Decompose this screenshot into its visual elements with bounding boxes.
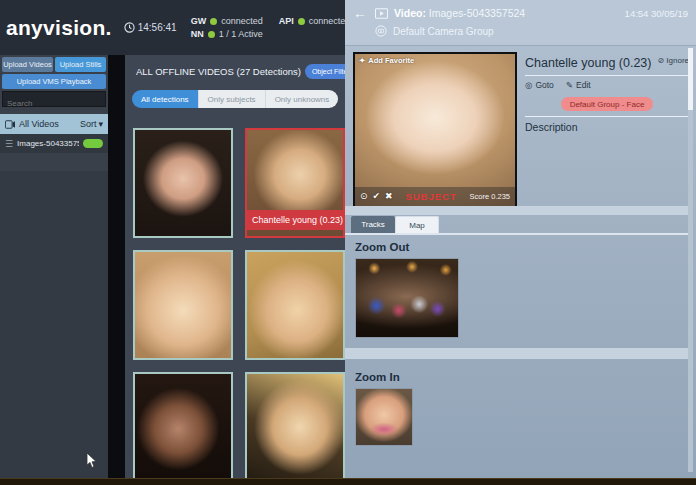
score-label: Score 0.235 (470, 192, 510, 201)
nn-status-dot (208, 31, 215, 38)
all-videos-label: All Videos (19, 119, 59, 129)
anyvision-app-window: anyvision. 14:56:41 GW connected API con… (0, 0, 696, 485)
detection-timestamp: 14:54 30/05/19 (625, 8, 688, 19)
detail-tabs: Tracks Map (351, 216, 439, 233)
divider (525, 75, 689, 76)
ignore-label: Ignore (666, 56, 689, 65)
detection-thumbnail[interactable] (245, 250, 345, 360)
monitor-bezel (0, 478, 696, 485)
scrollbar-thumb[interactable] (688, 48, 693, 110)
camera-group-icon (375, 25, 387, 37)
api-label: API (279, 15, 294, 28)
top-bar: anyvision. 14:56:41 GW connected API con… (0, 0, 345, 55)
tab-underline (345, 233, 690, 235)
description-label: Description (525, 121, 689, 133)
sort-control[interactable]: Sort ▾ (80, 119, 103, 129)
tab-all-detections[interactable]: All detections (132, 90, 198, 108)
search-input[interactable] (3, 97, 105, 111)
subject-photo: ✦ Add Favorite ⊙ ✔ ✖ SUBJECT Score 0.235 (355, 54, 515, 206)
tab-only-unknowns[interactable]: Only unknowns (265, 90, 339, 108)
edit-pencil-icon: ✎ (566, 80, 573, 90)
tab-tracks[interactable]: Tracks (351, 216, 395, 233)
subject-tag: SUBJECT (405, 191, 456, 202)
detail-panel: ← Video: Images-5043357524 14:54 30/05/1… (345, 0, 696, 478)
upload-videos-button[interactable]: Upload Videos (2, 57, 53, 72)
reject-x-icon[interactable]: ✖ (385, 192, 393, 201)
section-divider-band (345, 348, 690, 359)
video-item-name: Images-504335752 (17, 139, 79, 148)
gw-status-dot (210, 18, 217, 25)
detection-thumbnail[interactable] (133, 250, 233, 360)
approve-check-icon[interactable]: ✔ (373, 192, 381, 201)
group-badge: Default Group - Face (561, 97, 654, 111)
zoom-out-track-image[interactable] (355, 258, 459, 338)
video-name: Images-5043357524 (429, 7, 525, 19)
chevron-down-icon: ▾ (98, 119, 103, 129)
subject-overlay-bar: ⊙ ✔ ✖ SUBJECT Score 0.235 (355, 187, 515, 206)
clock-icon (124, 22, 135, 33)
detection-filter-tabs: All detections Only subjects Only unknow… (132, 90, 338, 108)
gw-status-text: connected (221, 15, 263, 28)
panel-gap (108, 55, 125, 478)
goto-button[interactable]: ◎ Goto (525, 80, 554, 90)
video-list-item[interactable]: ☰ Images-504335752 (0, 134, 108, 153)
goto-label: Goto (535, 80, 553, 90)
api-status-dot (298, 18, 305, 25)
detection-thumbnail[interactable] (133, 372, 233, 478)
subject-details: Chantelle young (0.23) ⊘ Ignore ◎ Goto ✎… (525, 56, 689, 133)
add-favorite-label: Add Favorite (368, 56, 414, 65)
detection-thumbnail-matched[interactable]: Chantelle young (0.23) (245, 128, 345, 238)
detections-title: ALL OFFLINE VIDEOS (27 Detections) (136, 66, 301, 77)
detection-thumbnail[interactable] (245, 372, 345, 478)
back-arrow-icon[interactable]: ← (353, 5, 369, 21)
star-icon: ✦ (359, 56, 365, 65)
nn-status-text: 1 / 1 Active (219, 28, 263, 41)
detail-header: ← Video: Images-5043357524 14:54 30/05/1… (345, 0, 696, 46)
anyvision-logo: anyvision. (6, 16, 112, 40)
drag-handle-icon: ☰ (5, 139, 13, 149)
service-status: GW connected API connected NN 1 / 1 Acti… (191, 15, 351, 41)
video-list-icon (5, 120, 15, 129)
zoom-out-heading: Zoom Out (355, 241, 409, 253)
detection-thumbnail[interactable] (133, 128, 233, 238)
divider (525, 116, 689, 117)
system-time: 14:56:41 (138, 22, 177, 33)
ignore-button[interactable]: ⊘ Ignore (658, 56, 689, 65)
upload-vms-playback-button[interactable]: Upload VMS Playback (2, 74, 106, 89)
zoom-in-track-image[interactable] (355, 388, 413, 446)
zoom-in-heading: Zoom In (355, 371, 400, 383)
search-box (2, 91, 106, 107)
video-label: Video: (394, 7, 426, 19)
mouse-cursor (86, 452, 98, 469)
scrollbar[interactable] (688, 48, 693, 472)
tab-map[interactable]: Map (395, 216, 439, 233)
add-favorite-button[interactable]: ✦ Add Favorite (359, 56, 414, 65)
camera-group-name: Default Camera Group (393, 26, 494, 37)
detections-panel: ALL OFFLINE VIDEOS (27 Detections) Objec… (125, 55, 345, 478)
sidebar: Upload Videos Upload Stills Upload VMS P… (0, 55, 108, 478)
tab-only-subjects[interactable]: Only subjects (198, 90, 265, 108)
camera-icon[interactable]: ⊙ (360, 192, 368, 201)
nn-label: NN (191, 28, 204, 41)
edit-button[interactable]: ✎ Edit (566, 80, 591, 90)
ignore-icon: ⊘ (658, 56, 665, 65)
upload-stills-button[interactable]: Upload Stills (55, 57, 106, 72)
sort-label: Sort (80, 119, 97, 129)
all-videos-bar[interactable]: All Videos Sort ▾ (0, 114, 108, 134)
section-divider-band (345, 206, 690, 215)
video-file-icon (375, 8, 388, 19)
object-filter-button[interactable]: Object Filter (305, 64, 345, 79)
edit-label: Edit (576, 80, 591, 90)
subject-card: ✦ Add Favorite ⊙ ✔ ✖ SUBJECT Score 0.235 (353, 52, 517, 208)
video-active-toggle[interactable] (83, 139, 103, 148)
detections-grid: Chantelle young (0.23) (133, 128, 345, 478)
subject-name: Chantelle young (0.23) (525, 56, 651, 70)
gw-label: GW (191, 15, 207, 28)
match-name-label: Chantelle young (0.23) (247, 210, 343, 230)
sidebar-empty-area (0, 171, 108, 478)
goto-icon: ◎ (525, 80, 532, 90)
